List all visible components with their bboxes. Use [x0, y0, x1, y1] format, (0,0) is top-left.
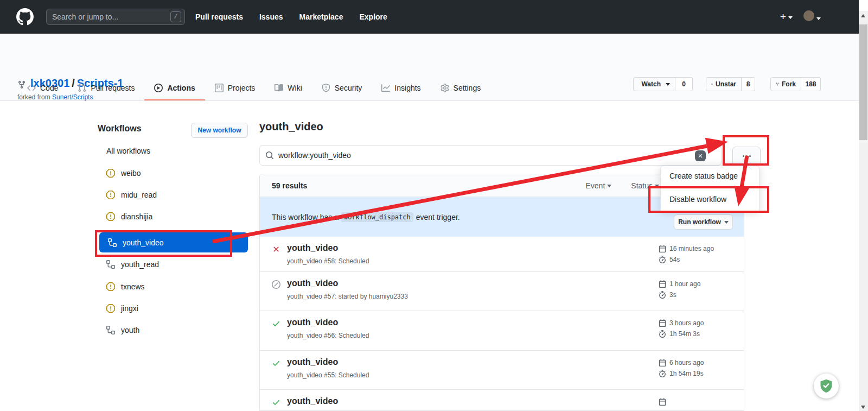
nav-issues[interactable]: Issues	[259, 12, 283, 21]
shield-icon	[322, 84, 330, 92]
run-options-button[interactable]	[722, 288, 729, 295]
star-button-group: Unstar 8	[706, 77, 755, 91]
sidebar-item-label: youth	[121, 326, 139, 334]
sidebar-item-label: youth_read	[121, 260, 159, 269]
warning-icon	[106, 191, 115, 199]
workflow-options-menu: Create status badge Disable workflow	[660, 166, 760, 213]
warning-icon	[106, 169, 115, 178]
tab-wiki[interactable]: Wiki	[265, 76, 311, 100]
banner-text: This workflow has a	[272, 213, 339, 222]
run-row[interactable]: youth_video	[260, 390, 744, 411]
menu-item-create-status-badge[interactable]: Create status badge	[661, 166, 759, 186]
sidebar-item-txnews[interactable]: txnews	[106, 280, 145, 293]
chevron-down-icon	[666, 83, 670, 86]
watch-button[interactable]: Watch	[633, 77, 675, 91]
tab-actions[interactable]: Actions	[144, 76, 205, 100]
unstar-label: Unstar	[716, 80, 736, 88]
github-logo-icon[interactable]	[16, 8, 34, 26]
status-filter-dropdown[interactable]: Status	[631, 181, 659, 190]
fork-button[interactable]: Fork	[770, 77, 801, 91]
calendar-icon	[659, 398, 666, 406]
fork-count[interactable]: 188	[801, 77, 821, 91]
status-filter-label: Status	[631, 181, 653, 190]
sidebar-item-all-workflows[interactable]: All workflows	[106, 144, 150, 157]
calendar-icon	[659, 359, 666, 366]
workflow-filter-input[interactable]	[278, 151, 716, 160]
gear-icon	[441, 84, 449, 92]
sidebar-item-label: All workflows	[106, 147, 150, 155]
page-scrollbar[interactable]	[859, 0, 868, 411]
github-header: / Pull requests Issues Marketplace Explo…	[0, 0, 859, 34]
watch-label: Watch	[641, 80, 661, 88]
run-duration: 1h 54m 3s	[669, 330, 700, 338]
sidebar-item-youth[interactable]: youth	[106, 324, 139, 337]
sidebar-item-label: txnews	[121, 282, 145, 291]
create-new-menu[interactable]: +	[780, 11, 793, 22]
sidebar-item-dianshijia[interactable]: dianshijia	[106, 210, 152, 223]
scrollbar-thumb[interactable]	[859, 24, 867, 140]
sidebar-item-label: youth_video	[123, 238, 164, 247]
run-options-button[interactable]	[722, 367, 729, 374]
scroll-down-arrow-icon[interactable]	[861, 406, 865, 409]
global-search-input[interactable]	[52, 12, 170, 21]
stopwatch-icon	[659, 330, 666, 338]
watch-count[interactable]: 0	[675, 77, 693, 91]
book-icon	[275, 84, 283, 92]
watch-button-group: Watch 0	[633, 77, 693, 91]
failed-x-icon	[272, 245, 280, 254]
run-workflow-label: Run workflow	[678, 218, 721, 226]
nav-pull-requests[interactable]: Pull requests	[195, 12, 243, 21]
chevron-down-icon	[816, 17, 821, 20]
run-row[interactable]: youth_video youth_video #56: Scheduled 3…	[260, 311, 744, 351]
workflow-filter[interactable]	[259, 145, 722, 166]
run-meta: 1 hour ago 3s	[659, 279, 700, 300]
event-filter-dropdown[interactable]: Event	[585, 181, 611, 190]
scrollbar-track[interactable]	[859, 11, 868, 411]
run-workflow-button[interactable]: Run workflow	[674, 214, 733, 230]
run-duration: 54s	[669, 256, 680, 263]
adguard-extension-button[interactable]	[814, 374, 839, 399]
unstar-button[interactable]: Unstar	[706, 77, 742, 91]
run-options-button[interactable]	[722, 327, 729, 334]
star-count[interactable]: 8	[742, 77, 755, 91]
run-time: 16 minutes ago	[669, 245, 714, 252]
tab-security[interactable]: Security	[312, 76, 372, 100]
tab-settings[interactable]: Settings	[431, 76, 491, 100]
plus-icon: +	[780, 11, 786, 22]
tab-code[interactable]: Code	[17, 76, 68, 100]
tab-pull-requests[interactable]: Pull requests	[68, 76, 144, 100]
workflows-title: Workflows	[98, 124, 142, 134]
nav-explore[interactable]: Explore	[359, 12, 387, 21]
tab-insights[interactable]: Insights	[372, 76, 430, 100]
scroll-up-arrow-icon[interactable]	[861, 14, 865, 17]
global-search[interactable]: /	[46, 9, 185, 25]
menu-item-disable-workflow[interactable]: Disable workflow	[661, 187, 759, 212]
sidebar-item-weibo[interactable]: weibo	[106, 167, 141, 180]
run-meta: 6 hours ago 1h 54m 19s	[659, 357, 704, 379]
sidebar-item-youth-video-selected[interactable]: youth_video	[99, 232, 248, 252]
search-icon	[265, 151, 274, 160]
run-options-button[interactable]	[722, 251, 729, 257]
run-time: 1 hour ago	[669, 280, 700, 288]
new-workflow-button[interactable]: New workflow	[191, 123, 248, 138]
sidebar-item-label: jingxi	[121, 304, 138, 313]
tab-projects[interactable]: Projects	[205, 76, 265, 100]
sidebar-item-jingxi[interactable]: jingxi	[106, 302, 138, 315]
kebab-icon	[746, 155, 748, 157]
clear-filter-button[interactable]	[695, 150, 706, 161]
run-row[interactable]: youth_video youth_video #57: started by …	[260, 272, 744, 311]
user-menu[interactable]	[803, 10, 821, 23]
calendar-icon	[659, 280, 666, 288]
success-check-icon	[272, 319, 280, 328]
run-row[interactable]: youth_video youth_video #55: Scheduled 6…	[260, 351, 744, 390]
avatar	[803, 10, 814, 21]
sidebar-item-midu-read[interactable]: midu_read	[106, 188, 157, 201]
sidebar-item-youth-read[interactable]: youth_read	[106, 258, 159, 271]
run-row[interactable]: youth_video youth_video #58: Scheduled 1…	[260, 237, 744, 272]
page-title: youth_video	[259, 121, 323, 133]
nav-marketplace[interactable]: Marketplace	[299, 12, 343, 21]
stopwatch-icon	[659, 256, 666, 263]
tab-label: Settings	[454, 84, 481, 92]
sidebar-item-label: weibo	[121, 169, 141, 178]
stopwatch-icon	[659, 291, 666, 299]
